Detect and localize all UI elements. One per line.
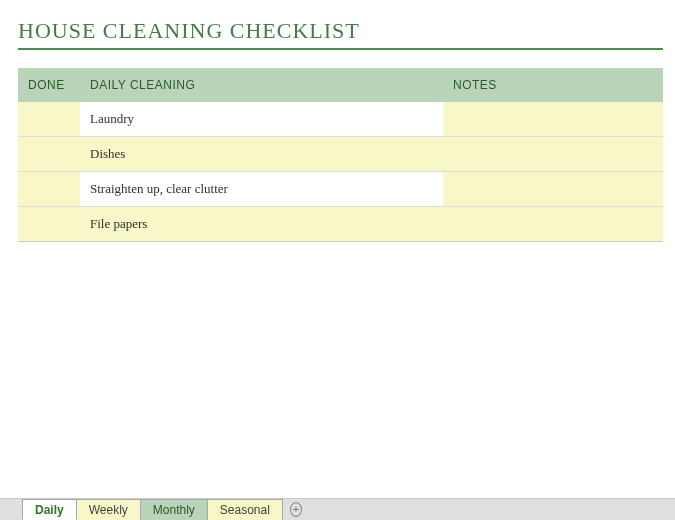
- table-header-row: DONE DAILY CLEANING NOTES: [18, 68, 663, 102]
- cell-task[interactable]: File papers: [80, 207, 443, 242]
- cell-notes[interactable]: [443, 102, 663, 137]
- worksheet-area: HOUSE CLEANING CHECKLIST DONE DAILY CLEA…: [0, 0, 675, 242]
- table-row: Laundry: [18, 102, 663, 137]
- column-header-task[interactable]: DAILY CLEANING: [80, 68, 443, 102]
- table-row: Straighten up, clear clutter: [18, 172, 663, 207]
- column-header-done[interactable]: DONE: [18, 68, 80, 102]
- page-title: HOUSE CLEANING CHECKLIST: [18, 18, 663, 50]
- tab-weekly[interactable]: Weekly: [76, 499, 141, 520]
- cell-done[interactable]: [18, 102, 80, 137]
- cell-done[interactable]: [18, 207, 80, 242]
- column-header-notes[interactable]: NOTES: [443, 68, 663, 102]
- plus-icon: +: [290, 502, 302, 517]
- cell-task[interactable]: Laundry: [80, 102, 443, 137]
- cell-done[interactable]: [18, 137, 80, 172]
- cell-notes[interactable]: [443, 172, 663, 207]
- cell-task[interactable]: Dishes: [80, 137, 443, 172]
- cell-task[interactable]: Straighten up, clear clutter: [80, 172, 443, 207]
- table-row: File papers: [18, 207, 663, 242]
- cell-notes[interactable]: [443, 137, 663, 172]
- table-row: Dishes: [18, 137, 663, 172]
- tab-daily[interactable]: Daily: [22, 499, 77, 520]
- add-sheet-button[interactable]: +: [282, 499, 310, 520]
- sheet-tabstrip: Daily Weekly Monthly Seasonal +: [0, 498, 675, 520]
- tab-seasonal[interactable]: Seasonal: [207, 499, 283, 520]
- cell-notes[interactable]: [443, 207, 663, 242]
- tab-monthly[interactable]: Monthly: [140, 499, 208, 520]
- cell-done[interactable]: [18, 172, 80, 207]
- checklist-table: DONE DAILY CLEANING NOTES Laundry Dishes…: [18, 68, 663, 242]
